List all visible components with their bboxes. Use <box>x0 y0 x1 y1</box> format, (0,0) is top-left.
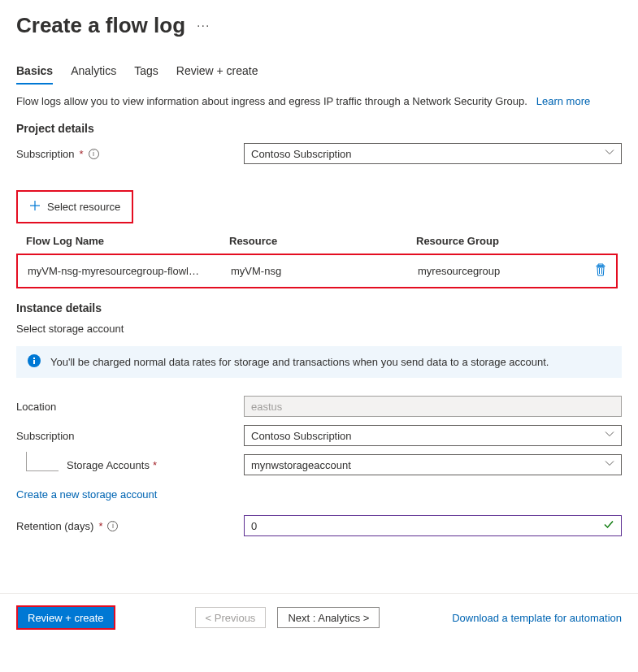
table-row: myVM-nsg-myresourcegroup-flowl… myVM-nsg… <box>16 254 618 288</box>
storage-subscription-label: Subscription <box>16 430 75 442</box>
cell-flow-log-name: myVM-nsg-myresourcegroup-flowl… <box>28 265 231 277</box>
subscription-label: Subscription <box>16 148 75 160</box>
retention-input[interactable]: 0 <box>244 515 622 536</box>
info-banner: You'll be charged normal data rates for … <box>16 346 622 378</box>
chevron-down-icon <box>605 459 614 471</box>
col-resource-group: Resource Group <box>416 235 584 247</box>
footer: Review + create < Previous Next : Analyt… <box>0 593 638 641</box>
more-actions-icon[interactable]: ··· <box>197 19 210 33</box>
project-details-heading: Project details <box>16 122 622 135</box>
cell-resource: myVM-nsg <box>231 265 418 277</box>
instance-subtitle: Select storage account <box>16 323 622 335</box>
svg-rect-5 <box>33 360 35 364</box>
check-icon <box>603 519 614 533</box>
subscription-value: Contoso Subscription <box>251 148 352 160</box>
delete-icon[interactable] <box>595 267 606 279</box>
cell-resource-group: myresourcegroup <box>418 265 582 277</box>
tabs: Basics Analytics Tags Review + create <box>16 59 622 84</box>
required-indicator: * <box>98 520 102 532</box>
storage-account-value: mynwstorageaccount <box>251 459 351 471</box>
resource-table-header: Flow Log Name Resource Resource Group <box>16 235 618 254</box>
col-resource: Resource <box>229 235 416 247</box>
storage-subscription-select[interactable]: Contoso Subscription <box>244 425 622 446</box>
plus-icon <box>29 200 41 214</box>
tab-tags[interactable]: Tags <box>134 59 158 84</box>
tab-basics[interactable]: Basics <box>16 59 53 84</box>
retention-label: Retention (days) <box>16 520 93 532</box>
instance-details-heading: Instance details <box>16 301 622 314</box>
required-indicator: * <box>80 148 84 160</box>
svg-rect-6 <box>33 358 35 359</box>
download-template-link[interactable]: Download a template for automation <box>452 612 622 624</box>
col-flow-log-name: Flow Log Name <box>26 235 229 247</box>
required-indicator: * <box>153 459 157 471</box>
tab-review-create[interactable]: Review + create <box>176 59 258 84</box>
next-button[interactable]: Next : Analytics > <box>277 607 380 628</box>
previous-button: < Previous <box>195 607 267 628</box>
learn-more-link[interactable]: Learn more <box>536 95 590 107</box>
retention-value: 0 <box>251 520 257 532</box>
info-icon[interactable]: i <box>89 149 99 159</box>
storage-subscription-value: Contoso Subscription <box>251 430 352 442</box>
location-value: eastus <box>251 401 282 413</box>
review-create-button[interactable]: Review + create <box>16 605 115 630</box>
subscription-select[interactable]: Contoso Subscription <box>244 143 622 164</box>
location-field: eastus <box>244 396 622 417</box>
info-icon <box>28 354 41 370</box>
location-label: Location <box>16 401 56 413</box>
description-text: Flow logs allow you to view information … <box>16 95 527 107</box>
tree-connector <box>26 452 59 471</box>
select-resource-label: Select resource <box>47 201 120 213</box>
description: Flow logs allow you to view information … <box>16 95 622 107</box>
page-title: Create a flow log <box>16 13 185 38</box>
chevron-down-icon <box>605 148 614 160</box>
storage-accounts-label: Storage Accounts <box>67 459 150 471</box>
storage-account-select[interactable]: mynwstorageaccount <box>244 454 622 475</box>
create-storage-account-link[interactable]: Create a new storage account <box>16 488 157 501</box>
info-banner-text: You'll be charged normal data rates for … <box>50 356 549 368</box>
info-icon[interactable]: i <box>107 521 118 531</box>
tab-analytics[interactable]: Analytics <box>71 59 116 84</box>
chevron-down-icon <box>605 430 614 442</box>
select-resource-button[interactable]: Select resource <box>16 190 133 223</box>
